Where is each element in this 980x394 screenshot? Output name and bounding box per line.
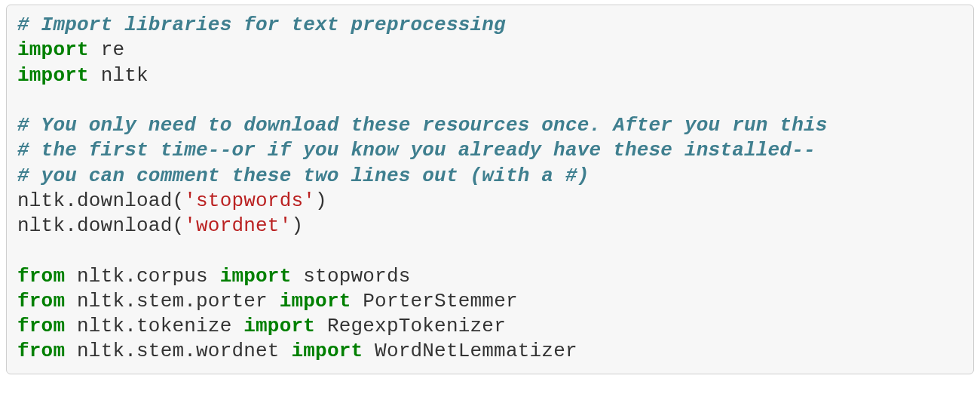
- code-token: re: [89, 38, 124, 61]
- code-token: nltk.stem.wordnet: [65, 340, 291, 362]
- code-token: # you can comment these two lines out (w…: [17, 165, 590, 187]
- code-token: [17, 89, 29, 112]
- code-token: nltk.stem.porter: [65, 290, 279, 312]
- code-token: import: [17, 64, 89, 87]
- code-token: 'wordnet': [184, 214, 291, 237]
- code-token: ): [315, 189, 327, 212]
- code-token: nltk: [89, 64, 149, 87]
- code-token: import: [291, 340, 363, 362]
- code-content: # Import libraries for text preprocessin…: [17, 13, 963, 365]
- code-token: nltk.corpus: [65, 265, 219, 288]
- code-token: [17, 239, 29, 262]
- code-token: RegexpTokenizer: [315, 315, 506, 337]
- code-token: # Import libraries for text preprocessin…: [17, 14, 506, 36]
- code-token: from: [17, 340, 65, 362]
- code-token: PorterStemmer: [351, 290, 518, 312]
- code-token: nltk.download(: [17, 189, 184, 212]
- code-token: import: [220, 265, 292, 288]
- code-token: # the first time--or if you know you alr…: [17, 139, 816, 162]
- code-token: import: [243, 315, 315, 337]
- code-token: from: [17, 290, 65, 312]
- code-token: from: [17, 265, 65, 288]
- code-token: import: [17, 38, 89, 61]
- code-token: nltk.download(: [17, 214, 184, 237]
- code-token: from: [17, 315, 65, 337]
- code-token: # You only need to download these resour…: [17, 114, 828, 137]
- code-token: ): [291, 214, 303, 237]
- code-token: stopwords: [291, 265, 410, 288]
- code-token: 'stopwords': [184, 189, 315, 212]
- code-token: nltk.tokenize: [65, 315, 243, 337]
- code-token: import: [280, 290, 351, 312]
- code-token: WordNetLemmatizer: [363, 340, 577, 362]
- code-block: # Import libraries for text preprocessin…: [6, 5, 974, 374]
